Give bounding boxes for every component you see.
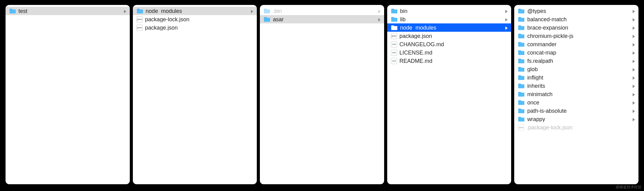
chevron-right-icon: ▶ bbox=[633, 109, 635, 113]
folder-row-inflight[interactable]: inflight▶ bbox=[514, 73, 638, 82]
finder-column[interactable]: @types▶balanced-match▶brace-expansion▶ch… bbox=[514, 5, 638, 184]
folder-row-asar[interactable]: asar▶ bbox=[260, 15, 384, 23]
item-label: @types bbox=[527, 8, 630, 14]
folder-row-node-modules[interactable]: node_modules▶ bbox=[133, 7, 257, 15]
folder-icon bbox=[391, 17, 398, 22]
item-label: package.json bbox=[400, 33, 508, 39]
folder-icon bbox=[518, 108, 525, 114]
item-label: bin bbox=[400, 8, 503, 14]
json-file-icon: json bbox=[137, 16, 143, 22]
finder-column[interactable]: test▶ bbox=[6, 5, 130, 184]
finder-column[interactable]: .bin▶asar▶ bbox=[260, 5, 384, 184]
chevron-right-icon: ▶ bbox=[633, 67, 635, 71]
folder-icon bbox=[518, 83, 525, 89]
folder-icon bbox=[518, 17, 525, 22]
folder-icon bbox=[264, 17, 270, 22]
chevron-right-icon: ▶ bbox=[633, 92, 635, 96]
chevron-right-icon: ▶ bbox=[505, 26, 508, 30]
folder-icon bbox=[518, 91, 525, 97]
finder-column[interactable]: bin▶lib▶node_modules▶jsonpackage.jsonmdC… bbox=[387, 5, 511, 184]
folder-row-bin[interactable]: .bin▶ bbox=[260, 7, 384, 15]
folder-row-inherits[interactable]: inherits▶ bbox=[514, 82, 638, 90]
item-label: package.json bbox=[145, 25, 254, 30]
item-label: chromium-pickle-js bbox=[527, 33, 630, 39]
file-row-package-lock-json[interactable]: json.package-lock.json bbox=[514, 123, 638, 132]
folder-icon bbox=[518, 25, 525, 30]
folder-row-once[interactable]: once▶ bbox=[514, 98, 638, 107]
file-row-package-json[interactable]: jsonpackage.json bbox=[387, 32, 511, 40]
folder-row-chromium-pickle-js[interactable]: chromium-pickle-js▶ bbox=[514, 32, 638, 40]
folder-icon bbox=[391, 8, 398, 14]
item-label: brace-expansion bbox=[527, 25, 630, 30]
chevron-right-icon: ▶ bbox=[633, 100, 635, 105]
folder-row-balanced-match[interactable]: balanced-match▶ bbox=[514, 15, 638, 23]
item-label: LICENSE.md bbox=[400, 50, 508, 55]
item-label: package-lock.json bbox=[145, 17, 254, 22]
item-label: concat-map bbox=[527, 50, 630, 55]
chevron-right-icon: ▶ bbox=[633, 26, 635, 30]
item-label: inherits bbox=[527, 83, 630, 89]
file-row-changelog-md[interactable]: mdCHANGELOG.md bbox=[387, 40, 511, 48]
file-row-package-lock-json[interactable]: jsonpackage-lock.json bbox=[133, 15, 257, 23]
item-label: wrappy bbox=[527, 116, 630, 122]
chevron-right-icon: ▶ bbox=[633, 75, 635, 80]
item-label: minimatch bbox=[527, 91, 630, 97]
md-file-icon: md bbox=[391, 58, 397, 64]
file-row-package-json[interactable]: jsonpackage.json bbox=[133, 23, 257, 32]
folder-row-brace-expansion[interactable]: brace-expansion▶ bbox=[514, 23, 638, 32]
folder-row-test[interactable]: test▶ bbox=[6, 7, 130, 15]
chevron-right-icon: ▶ bbox=[378, 17, 380, 22]
folder-row-concat-map[interactable]: concat-map▶ bbox=[514, 48, 638, 57]
file-row-readme-md[interactable]: mdREADME.md bbox=[387, 57, 511, 65]
item-label: balanced-match bbox=[527, 17, 630, 22]
folder-icon bbox=[518, 67, 525, 72]
item-label: node_modules bbox=[146, 8, 248, 14]
folder-icon bbox=[518, 58, 525, 64]
json-file-icon: json bbox=[391, 33, 397, 39]
item-label: .bin bbox=[273, 8, 375, 14]
chevron-right-icon: ▶ bbox=[633, 9, 635, 13]
item-label: once bbox=[527, 100, 630, 105]
chevron-right-icon: ▶ bbox=[633, 117, 635, 121]
folder-icon bbox=[391, 25, 398, 30]
item-label: glob bbox=[527, 67, 630, 72]
item-label: CHANGELOG.md bbox=[400, 42, 508, 47]
item-label: test bbox=[18, 8, 121, 14]
folder-icon bbox=[9, 8, 16, 14]
folder-row-lib[interactable]: lib▶ bbox=[387, 15, 511, 23]
folder-row-bin[interactable]: bin▶ bbox=[387, 7, 511, 15]
folder-row-path-is-absolute[interactable]: path-is-absolute▶ bbox=[514, 107, 638, 115]
folder-icon bbox=[518, 8, 525, 14]
chevron-right-icon: ▶ bbox=[505, 9, 508, 13]
finder-column[interactable]: node_modules▶jsonpackage-lock.jsonjsonpa… bbox=[133, 5, 257, 184]
folder-row-commander[interactable]: commander▶ bbox=[514, 40, 638, 48]
folder-row-wrappy[interactable]: wrappy▶ bbox=[514, 115, 638, 123]
folder-row-glob[interactable]: glob▶ bbox=[514, 65, 638, 73]
md-file-icon: md bbox=[391, 50, 397, 56]
folder-row-node-modules[interactable]: node_modules▶ bbox=[387, 23, 511, 32]
item-label: node_modules bbox=[400, 25, 503, 30]
chevron-right-icon: ▶ bbox=[378, 9, 380, 13]
json-file-icon: json bbox=[518, 124, 524, 131]
chevron-right-icon: ▶ bbox=[251, 9, 253, 13]
chevron-right-icon: ▶ bbox=[633, 17, 635, 22]
folder-icon bbox=[518, 116, 525, 122]
json-file-icon: json bbox=[137, 25, 143, 31]
folder-icon bbox=[518, 100, 525, 105]
file-row-license-md[interactable]: mdLICENSE.md bbox=[387, 48, 511, 57]
item-label: asar bbox=[273, 17, 375, 22]
folder-icon bbox=[518, 75, 525, 80]
chevron-right-icon: ▶ bbox=[633, 42, 635, 47]
md-file-icon: md bbox=[391, 41, 397, 47]
watermark: @掘金技术社区 bbox=[616, 185, 642, 190]
folder-icon bbox=[518, 42, 525, 47]
chevron-right-icon: ▶ bbox=[633, 51, 635, 55]
item-label: path-is-absolute bbox=[527, 108, 630, 114]
item-label: fs.realpath bbox=[527, 58, 630, 64]
folder-row-fs-realpath[interactable]: fs.realpath▶ bbox=[514, 57, 638, 65]
folder-row-minimatch[interactable]: minimatch▶ bbox=[514, 90, 638, 98]
folder-icon bbox=[264, 8, 270, 14]
item-label: README.md bbox=[400, 58, 508, 64]
folder-row-types[interactable]: @types▶ bbox=[514, 7, 638, 15]
finder-column-view: test▶node_modules▶jsonpackage-lock.jsonj… bbox=[6, 5, 638, 184]
